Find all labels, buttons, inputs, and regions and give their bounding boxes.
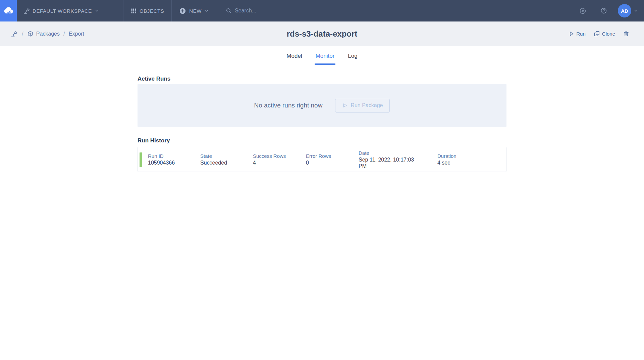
copy-icon [594,31,600,37]
duration-cell: Duration 4 sec [437,153,506,166]
clone-button-label: Clone [602,31,615,37]
page-title: rds-s3-data-export [287,29,358,39]
help-icon[interactable] [600,7,607,14]
compass-icon[interactable] [579,7,586,14]
desk-lamp-icon [23,7,30,14]
error-rows-value: 0 [306,160,359,166]
top-navigation-bar: DEFAULT WORKSPACE OBJECTS [0,0,644,21]
success-rows-cell: Success Rows 4 [253,153,306,166]
date-value: Sep 11, 2022, 10:17:03 PM [359,156,419,169]
duration-value: 4 sec [437,160,506,166]
run-package-label: Run Package [351,102,383,108]
error-rows-cell: Error Rows 0 [306,153,359,166]
workspace-label: DEFAULT WORKSPACE [33,8,92,14]
plus-circle-icon [179,7,186,14]
run-button[interactable]: Run [569,31,586,37]
run-id-cell: Run ID 105904366 [148,153,200,166]
app-logo[interactable] [0,0,17,21]
package-header-bar: / Packages / Export rds-s3-data-export [0,21,644,46]
breadcrumb-packages-label: Packages [36,31,60,37]
search-input[interactable] [235,8,402,14]
success-rows-label: Success Rows [253,153,306,159]
play-icon [342,103,347,108]
breadcrumb-home[interactable] [10,30,18,38]
breadcrumb: / Packages / Export [0,30,84,38]
app-screen: DEFAULT WORKSPACE OBJECTS [0,0,644,360]
search-area [216,8,579,14]
new-label: NEW [189,8,202,14]
breadcrumb-export-label: Export [69,31,84,37]
delete-button[interactable] [623,31,629,37]
run-history-heading: Run History [138,137,506,144]
run-status-indicator [140,152,142,167]
trash-icon [623,31,629,37]
active-runs-heading: Active Runs [138,76,506,82]
tab-log[interactable]: Log [347,46,358,66]
date-label: Date [359,150,437,156]
active-runs-empty-panel: No active runs right now Run Package [138,84,506,127]
breadcrumb-export[interactable]: Export [69,31,84,37]
topbar-right-cluster: AD [579,4,644,17]
objects-label: OBJECTS [140,8,164,14]
play-icon [569,31,574,37]
run-history-row[interactable]: Run ID 105904366 State Succeeded Success… [138,147,506,172]
run-package-button[interactable]: Run Package [335,99,390,113]
grid-icon [131,8,137,14]
duration-label: Duration [437,153,506,159]
tab-model[interactable]: Model [285,46,303,66]
breadcrumb-separator: / [22,31,23,37]
cloud-logo-icon [3,5,14,16]
package-cube-icon [27,31,34,37]
desk-lamp-icon [10,30,18,38]
no-active-runs-text: No active runs right now [254,102,323,109]
avatar[interactable]: AD [618,4,631,17]
clone-button[interactable]: Clone [594,31,615,37]
state-value: Succeeded [200,160,253,166]
chevron-down-icon [205,9,209,13]
objects-menu[interactable]: OBJECTS [123,0,172,21]
breadcrumb-packages[interactable]: Packages [27,31,60,37]
error-rows-label: Error Rows [306,153,359,159]
search-icon [226,8,232,14]
breadcrumb-separator: / [63,31,65,37]
workspace-selector[interactable]: DEFAULT WORKSPACE [17,0,123,21]
new-menu[interactable]: NEW [172,0,216,21]
tab-monitor[interactable]: Monitor [315,46,336,66]
tab-bar: Model Monitor Log [0,46,644,66]
chevron-down-icon[interactable] [634,9,638,13]
monitor-panel: Active Runs No active runs right now Run… [138,76,506,172]
state-label: State [200,153,253,159]
run-button-label: Run [576,31,586,37]
chevron-down-icon [95,9,99,13]
run-id-label: Run ID [148,153,200,159]
run-id-value: 105904366 [148,160,200,166]
state-cell: State Succeeded [200,153,253,166]
date-cell: Date Sep 11, 2022, 10:17:03 PM [359,150,437,169]
success-rows-value: 4 [253,160,306,166]
header-actions: Run Clone [569,31,644,37]
